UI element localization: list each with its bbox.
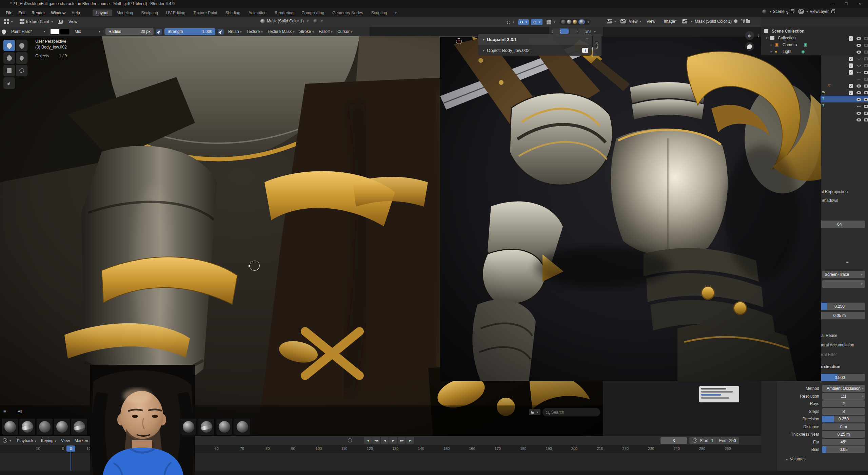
fast-gi-threshold-slider[interactable]: 0.500 xyxy=(814,374,865,381)
menu-item[interactable]: File xyxy=(3,11,15,15)
eye-icon[interactable] xyxy=(856,78,861,80)
trace-precision-slider[interactable]: 0.250 xyxy=(814,303,865,310)
editor-type-button[interactable]: ▾ xyxy=(2,19,15,25)
transport-button[interactable]: ◀ xyxy=(381,437,389,444)
menu-item[interactable]: Help xyxy=(68,11,83,15)
camera-visibility-icon[interactable] xyxy=(864,118,868,121)
volumes-section-header[interactable]: ▸Volumes xyxy=(785,457,806,461)
workspace-tab[interactable]: Modeling xyxy=(113,10,137,16)
outliner-row[interactable]: ▽✓ xyxy=(761,82,868,89)
mini-button[interactable] xyxy=(570,28,577,34)
timeline-menu-item[interactable]: View▾ xyxy=(59,438,72,443)
camera-visibility-icon[interactable] xyxy=(864,105,868,108)
image-menu[interactable]: Image* xyxy=(661,19,680,24)
transport-button[interactable]: ◀◀ xyxy=(372,437,380,444)
transport-button[interactable]: |◀ xyxy=(364,437,372,444)
eye-icon[interactable] xyxy=(856,98,861,101)
image-view-menu[interactable]: View xyxy=(644,19,658,24)
scene-icon[interactable] xyxy=(762,10,767,14)
brush-thumbnail[interactable] xyxy=(54,418,70,435)
presets-list-icon[interactable]: ≡ xyxy=(846,259,849,264)
drag-dots-icon[interactable]: ∷ xyxy=(586,37,588,42)
radius-pressure-toggle[interactable] xyxy=(156,29,162,35)
mask-tool-button[interactable] xyxy=(16,65,27,76)
exclude-checkbox[interactable]: ✓ xyxy=(849,57,853,61)
clone-tool-button[interactable] xyxy=(16,52,27,64)
camera-visibility-icon[interactable] xyxy=(864,57,868,60)
add-workspace-button[interactable]: + xyxy=(391,10,401,16)
exclude-checkbox[interactable]: ✓ xyxy=(849,84,853,88)
exclude-checkbox[interactable]: ✓ xyxy=(849,91,853,95)
outliner-row-collection[interactable]: ▾ Collection ✓ xyxy=(761,35,868,41)
outliner-row[interactable]: ✓ xyxy=(761,69,868,75)
asset-shelf-search-input[interactable]: Search xyxy=(542,408,600,417)
outliner-row[interactable] xyxy=(761,75,868,82)
soften-tool-button[interactable] xyxy=(16,40,27,51)
fill-tool-button[interactable] xyxy=(3,65,15,76)
image-slot-selector[interactable]: Mask (Solid Color 1) xyxy=(267,19,304,23)
asset-shelf-all-tab[interactable]: All xyxy=(18,410,22,414)
brush-selector[interactable]: Paint Hard*▾ xyxy=(8,28,48,35)
auto-key-icon[interactable] xyxy=(348,438,352,442)
workspace-tab[interactable]: Shading xyxy=(222,10,244,16)
image-editor-type-button[interactable]: ▾ xyxy=(605,19,618,24)
camera-visibility-icon[interactable] xyxy=(864,64,868,67)
workspace-tab[interactable]: Animation xyxy=(245,10,270,16)
outliner-row[interactable] xyxy=(761,109,868,116)
material-shading-icon[interactable] xyxy=(573,20,577,24)
image-datablock-icon[interactable] xyxy=(682,19,687,23)
info-icon[interactable]: i xyxy=(582,48,588,53)
sidebar-item-tab[interactable]: Item xyxy=(593,34,601,56)
brush-thumbnail[interactable] xyxy=(180,418,197,435)
brush-thumbnail[interactable] xyxy=(234,418,251,435)
workspace-tab[interactable]: Rendering xyxy=(271,10,297,16)
workspace-tab[interactable]: Layout xyxy=(93,10,112,16)
outliner-row[interactable] xyxy=(761,116,868,123)
transport-button[interactable]: ▶| xyxy=(406,437,414,444)
camera-visibility-icon[interactable] xyxy=(864,91,868,94)
brush-thumbnail[interactable] xyxy=(36,418,53,435)
eye-icon[interactable] xyxy=(856,37,861,40)
annotate-tool-button[interactable] xyxy=(3,77,15,89)
outliner-row-light[interactable]: ▸ ● Light ◉ xyxy=(761,48,868,55)
zoom-gizmo-icon[interactable]: ⊕ xyxy=(745,31,754,40)
radius-slider[interactable]: Radius20 px xyxy=(105,28,154,35)
mini-button[interactable] xyxy=(553,28,560,34)
current-frame-field[interactable]: 3 xyxy=(660,437,687,444)
outliner-row-camera[interactable]: ▸ ▣ Camera ▣ xyxy=(761,41,868,48)
viewlayer-icon[interactable] xyxy=(798,10,804,14)
timeline-menu-item[interactable]: Markers▾ xyxy=(72,438,92,443)
property-field[interactable]: 1:1▾ xyxy=(822,393,865,400)
asset-shelf-menu-icon[interactable]: ≡ xyxy=(3,409,6,414)
popover-button[interactable]: Texture▾ xyxy=(246,29,263,34)
ucupaint-header[interactable]: ▾Ucupaint 2.3.1 ∷ xyxy=(478,34,592,45)
trace-thickness-field[interactable]: 0.05 m xyxy=(814,312,865,319)
popover-button[interactable]: Cursor▾ xyxy=(337,29,353,34)
viewlayer-name[interactable]: ViewLayer xyxy=(810,9,829,14)
start-frame-field[interactable]: 1 xyxy=(711,438,713,443)
strength-pressure-toggle[interactable] xyxy=(218,29,224,35)
pin-icon[interactable] xyxy=(786,11,788,13)
image-name[interactable]: Mask (Solid Color 1) xyxy=(695,19,732,24)
overlays-icon[interactable]: ▾ xyxy=(545,19,557,25)
exclude-checkbox[interactable]: ✓ xyxy=(849,36,853,41)
property-field[interactable]: 45°▾ xyxy=(822,439,865,445)
outliner-row[interactable]: ✓ xyxy=(761,62,868,69)
brush-thumbnail[interactable] xyxy=(71,418,87,435)
eye-icon[interactable] xyxy=(856,91,861,94)
workspace-tab[interactable]: Sculpting xyxy=(138,10,162,16)
primary-color-swatch[interactable] xyxy=(50,29,60,35)
exclude-checkbox[interactable]: ✓ xyxy=(849,70,853,75)
brush-thumbnail[interactable] xyxy=(19,418,36,435)
open-image-folder-icon[interactable] xyxy=(746,20,750,23)
camera-visibility-icon[interactable] xyxy=(864,71,868,74)
camera-visibility-icon[interactable] xyxy=(864,112,868,115)
samples-field[interactable]: 64 xyxy=(814,221,865,228)
outliner-row-scene-collection[interactable]: Scene Collection xyxy=(761,28,868,35)
camera-visibility-icon[interactable] xyxy=(864,51,868,54)
workspace-tab[interactable]: Scripting xyxy=(368,10,391,16)
copy-scene-icon[interactable] xyxy=(791,10,793,13)
eye-icon[interactable] xyxy=(856,105,861,107)
property-field[interactable]: 0.05▾ xyxy=(822,446,865,453)
floating-mini-panel[interactable] xyxy=(699,386,739,402)
